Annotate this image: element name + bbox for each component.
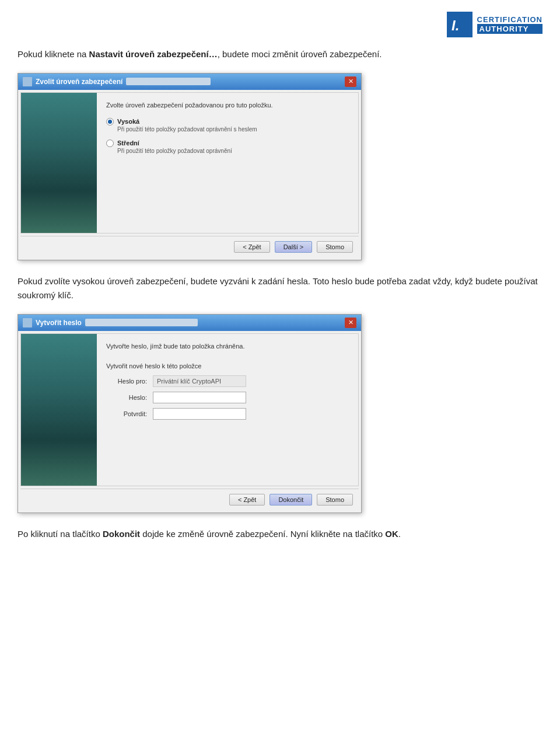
bottom-text-before: Po kliknutí na tlačítko xyxy=(18,529,103,539)
dialog2-finish-button[interactable]: Dokončit xyxy=(270,494,312,506)
intro-text-before: Pokud kliknete na xyxy=(18,49,89,59)
dialog1-footer: < Zpět Další > Stomo xyxy=(20,236,359,257)
dialog1-cancel-button[interactable]: Stomo xyxy=(317,241,353,253)
dialog2-cancel-button[interactable]: Stomo xyxy=(317,494,353,506)
intro-paragraph: Pokud kliknete na Nastavit úroveň zabezp… xyxy=(18,48,542,61)
logo-text: CERTIFICATION AUTHORITY xyxy=(477,15,542,34)
dialog2-value-for: Privátní klíč CryptoAPI xyxy=(153,375,246,387)
dialog1-back-button[interactable]: < Zpět xyxy=(234,241,270,253)
dialog2-label-password: Heslo: xyxy=(106,394,147,401)
dialog1-sidebar-image xyxy=(21,93,97,233)
dialog2-back-button[interactable]: < Zpět xyxy=(229,494,265,506)
dialog2-row-confirm: Potvrdit: xyxy=(106,408,349,420)
dialog1-high-desc: Při použití této položky požadovat opráv… xyxy=(117,126,349,134)
logo-box: I. CERTIFICATION AUTHORITY xyxy=(447,12,542,37)
dialog2-title-left: Vytvořit heslo ████████████████ xyxy=(23,318,198,327)
dialog1-option-high[interactable]: Vysoká Při použití této položky požadova… xyxy=(106,118,349,134)
dialog2-password-input[interactable] xyxy=(153,392,246,403)
dialog1-radio-group: Vysoká Při použití této položky požadova… xyxy=(106,118,349,155)
dialog1-content: Zvolte úroveň zabezpečení požadovanou pr… xyxy=(97,93,358,233)
dialog2-confirm-input[interactable] xyxy=(153,408,246,420)
logo-icon: I. xyxy=(447,12,473,37)
dialog1-option-medium[interactable]: Střední Při použití této položky požadov… xyxy=(106,140,349,155)
dialog1-radio-high[interactable] xyxy=(106,118,114,126)
dialog2-sidebar-image xyxy=(21,334,97,486)
dialog2-body: Vytvořte heslo, jímž bude tato položka c… xyxy=(20,333,359,486)
bottom-bold1: Dokončit xyxy=(103,529,140,539)
dialog1-medium-desc: Při použití této položky požadovat opráv… xyxy=(117,147,349,155)
bottom-paragraph: Po kliknutí na tlačítko Dokončit dojde k… xyxy=(18,527,542,541)
svg-rect-0 xyxy=(447,12,473,37)
intro-text-after: , budete moci změnit úroveň zabezpečení. xyxy=(218,49,382,59)
bottom-text-after: . xyxy=(398,529,401,539)
dialog2-section-title: Vytvořit nové heslo k této položce xyxy=(106,362,349,369)
dialog2: Vytvořit heslo ████████████████ ✕ Vytvoř… xyxy=(18,314,362,513)
dialog2-content: Vytvořte heslo, jímž bude tato položka c… xyxy=(97,334,358,486)
dialog2-label-confirm: Potvrdit: xyxy=(106,410,147,417)
dialog1-title-blurred: ████████████ xyxy=(126,78,211,85)
between-text-block: Pokud zvolíte vysokou úroveň zabezpečení… xyxy=(18,274,542,302)
dialog2-close-button[interactable]: ✕ xyxy=(345,318,356,328)
dialog2-wrapper: Vytvořit heslo ████████████████ ✕ Vytvoř… xyxy=(18,314,542,513)
dialog2-title-blurred: ████████████████ xyxy=(85,319,198,326)
logo-area: I. CERTIFICATION AUTHORITY xyxy=(18,12,542,37)
dialog2-title-text: Vytvořit heslo xyxy=(36,319,82,327)
between-line1: Pokud zvolíte vysokou úroveň zabezpečení… xyxy=(18,276,310,286)
cert-label: CERTIFICATION xyxy=(477,15,542,24)
dialog2-row-for: Heslo pro: Privátní klíč CryptoAPI xyxy=(106,375,349,387)
dialog1: Zvolit úroveň zabezpečení ████████████ ✕… xyxy=(18,73,362,260)
svg-text:I.: I. xyxy=(452,18,459,33)
dialog2-footer: < Zpět Dokončit Stomo xyxy=(20,489,359,510)
dialog1-high-label: Vysoká xyxy=(117,118,139,125)
dialog2-row-password: Heslo: xyxy=(106,392,349,403)
bottom-bold2: OK xyxy=(385,529,398,539)
dialog2-label-for: Heslo pro: xyxy=(106,378,147,385)
dialog1-wrapper: Zvolit úroveň zabezpečení ████████████ ✕… xyxy=(18,73,542,260)
intro-bold: Nastavit úroveň zabezpečení… xyxy=(89,49,218,59)
dialog1-medium-label: Střední xyxy=(117,140,139,147)
dialog1-description: Zvolte úroveň zabezpečení požadovanou pr… xyxy=(106,101,349,110)
dialog1-radio-medium[interactable] xyxy=(106,140,114,147)
dialog2-form: Vytvořit nové heslo k této položce Heslo… xyxy=(106,362,349,420)
dialog1-title-icon xyxy=(23,77,32,86)
dialog1-title-text: Zvolit úroveň zabezpečení xyxy=(36,78,123,86)
dialog1-close-button[interactable]: ✕ xyxy=(345,76,356,87)
bottom-text-middle: dojde ke změně úrovně zabezpečení. Nyní … xyxy=(140,529,385,539)
dialog2-titlebar: Vytvořit heslo ████████████████ ✕ xyxy=(18,315,361,331)
dialog1-body: Zvolte úroveň zabezpečení požadovanou pr… xyxy=(20,92,359,233)
dialog1-titlebar: Zvolit úroveň zabezpečení ████████████ ✕ xyxy=(18,74,361,90)
dialog2-title-icon xyxy=(23,318,32,327)
dialog2-description: Vytvořte heslo, jímž bude tato položka c… xyxy=(106,342,349,351)
dialog1-next-button[interactable]: Další > xyxy=(275,241,313,253)
auth-label: AUTHORITY xyxy=(477,24,542,34)
dialog1-title-left: Zvolit úroveň zabezpečení ████████████ xyxy=(23,77,211,86)
